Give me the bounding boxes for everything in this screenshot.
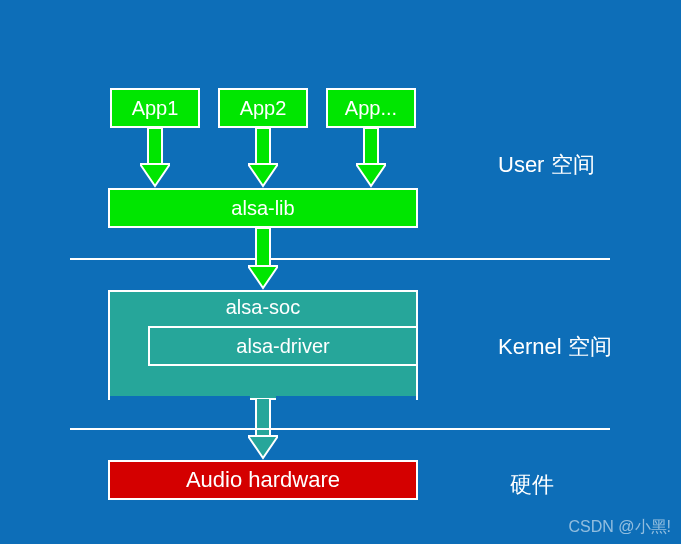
svg-rect-4 xyxy=(364,128,378,166)
svg-rect-6 xyxy=(256,228,270,268)
appn-label: App... xyxy=(345,97,397,120)
app1-box: App1 xyxy=(110,88,200,128)
region-kernel-label: Kernel 空间 xyxy=(498,332,612,362)
svg-rect-0 xyxy=(148,128,162,166)
divider-user-kernel xyxy=(70,258,610,260)
alsa-lib-box: alsa-lib xyxy=(108,188,418,228)
alsa-lib-label: alsa-lib xyxy=(231,197,294,220)
svg-marker-7 xyxy=(248,266,278,288)
svg-marker-3 xyxy=(248,164,278,186)
region-hw-label: 硬件 xyxy=(510,470,554,500)
divider-kernel-hw xyxy=(70,428,610,430)
audio-hardware-box: Audio hardware xyxy=(108,460,418,500)
svg-marker-9 xyxy=(248,436,278,458)
region-user-label: User 空间 xyxy=(498,150,595,180)
appn-box: App... xyxy=(326,88,416,128)
svg-rect-2 xyxy=(256,128,270,166)
watermark-text: CSDN @小黑! xyxy=(569,517,671,536)
app1-label: App1 xyxy=(132,97,179,120)
app2-label: App2 xyxy=(240,97,287,120)
alsa-soc-label: alsa-soc xyxy=(226,296,300,319)
arrow-appn-to-lib xyxy=(356,128,386,188)
alsa-driver-label: alsa-driver xyxy=(236,335,329,358)
arrow-app2-to-lib xyxy=(248,128,278,188)
svg-rect-8 xyxy=(256,398,270,438)
svg-marker-1 xyxy=(140,164,170,186)
svg-marker-5 xyxy=(356,164,386,186)
audio-hardware-label: Audio hardware xyxy=(186,467,340,493)
arrow-lib-to-soc xyxy=(248,228,278,290)
arrow-app1-to-lib xyxy=(140,128,170,188)
alsa-driver-box: alsa-driver xyxy=(148,326,418,366)
app2-box: App2 xyxy=(218,88,308,128)
